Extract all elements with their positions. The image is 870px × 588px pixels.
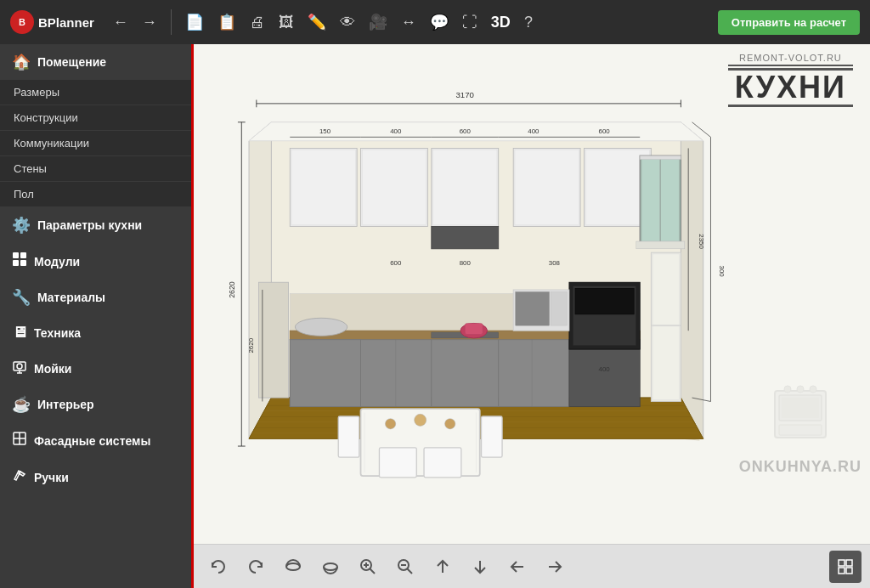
sidebar-item-kommunikatsii[interactable]: Коммуникации <box>0 131 191 156</box>
watermark-site-top: REMONT-VOLOT.RU <box>728 53 853 63</box>
bottom-toolbar <box>194 544 870 588</box>
svg-rect-91 <box>482 416 503 457</box>
svg-text:400: 400 <box>528 127 540 135</box>
sidebar-label-parametry: Параметры кухни <box>37 218 142 232</box>
svg-rect-33 <box>362 150 426 225</box>
app-logo: B BPlanner <box>10 10 94 34</box>
edit-icon[interactable]: ✏️ <box>304 13 330 31</box>
zoom-in-button[interactable] <box>352 551 384 583</box>
sidebar-item-konstruktsii[interactable]: Конструкции <box>0 105 191 131</box>
svg-point-95 <box>445 419 455 429</box>
sidebar-label-interier: Интерьер <box>37 398 94 411</box>
svg-point-52 <box>295 318 347 336</box>
sidebar-item-fasady[interactable]: Фасадные системы <box>0 422 191 459</box>
svg-point-109 <box>784 386 791 393</box>
svg-point-112 <box>286 563 300 570</box>
svg-rect-69 <box>652 254 680 325</box>
sidebar: 🏠 Помещение Размеры Конструкции Коммуник… <box>0 44 194 588</box>
content-area: REMONT-VOLOT.RU КУХНИ 3170 2620 <box>194 44 870 588</box>
resize-icon[interactable]: ↔ <box>398 13 420 31</box>
svg-point-113 <box>324 563 337 570</box>
zoom-out-button[interactable] <box>389 551 421 583</box>
svg-rect-57 <box>499 340 569 407</box>
sidebar-label-tehnika: Техника <box>34 326 81 340</box>
send-to-calc-button[interactable]: Отправить на расчет <box>718 10 860 35</box>
copy-icon[interactable]: 📋 <box>214 13 240 31</box>
sidebar-item-steny[interactable]: Стены <box>0 156 191 182</box>
sidebar-item-pomeshenie[interactable]: 🏠 Помещение <box>0 44 191 80</box>
image-icon[interactable]: 🖼 <box>275 13 297 31</box>
pan-right-button[interactable] <box>539 551 571 583</box>
svg-rect-35 <box>433 150 497 225</box>
sidebar-item-ruchki[interactable]: Ручки <box>0 459 191 495</box>
new-document-icon[interactable]: 📄 <box>182 13 207 31</box>
svg-text:3170: 3170 <box>456 90 474 99</box>
svg-rect-127 <box>839 568 845 574</box>
sidebar-item-interier[interactable]: ☕ Интерьер <box>0 387 191 422</box>
svg-rect-72 <box>258 282 288 398</box>
sidebar-item-parametry[interactable]: ⚙️ Параметры кухни <box>0 207 191 243</box>
svg-text:300: 300 <box>718 266 726 278</box>
svg-rect-62 <box>575 288 634 314</box>
svg-marker-21 <box>681 122 703 439</box>
kitchen-scene-svg: 3170 2620 <box>219 44 726 535</box>
fullscreen-icon[interactable]: ⛶ <box>459 13 481 31</box>
sidebar-label-pomeshenie: Помещение <box>37 55 106 69</box>
svg-rect-90 <box>338 416 359 457</box>
svg-text:308: 308 <box>549 259 561 267</box>
svg-marker-29 <box>249 122 703 141</box>
svg-text:400: 400 <box>599 365 611 373</box>
main-layout: 🏠 Помещение Размеры Конструкции Коммуник… <box>0 44 870 588</box>
svg-rect-42 <box>641 157 660 244</box>
svg-rect-51 <box>290 340 360 407</box>
print-icon[interactable]: 🖨 <box>246 13 268 31</box>
back-button[interactable]: ← <box>110 13 132 31</box>
svg-rect-64 <box>516 292 549 325</box>
svg-rect-108 <box>779 425 822 435</box>
sidebar-item-moduli[interactable]: Модули <box>0 243 191 280</box>
3d-view[interactable]: REMONT-VOLOT.RU КУХНИ 3170 2620 <box>194 44 870 544</box>
watermark-brand: КУХНИ <box>728 68 853 107</box>
svg-text:400: 400 <box>390 127 402 135</box>
tilt-down-button[interactable] <box>314 551 347 583</box>
facade-icon <box>12 431 27 450</box>
forward-button[interactable]: → <box>138 13 161 31</box>
sidebar-item-razmery[interactable]: Размеры <box>0 80 191 105</box>
svg-text:2620: 2620 <box>228 281 236 298</box>
tilt-up-button[interactable] <box>277 551 309 583</box>
sidebar-label-moyki: Мойки <box>34 362 71 376</box>
svg-line-119 <box>408 568 413 574</box>
pomeshenie-subitems: Размеры Конструкции Коммуникации Стены П… <box>0 80 191 207</box>
watermark-divider <box>728 65 853 66</box>
sidebar-item-tehnika[interactable]: 🖥 Техника <box>0 315 191 350</box>
rotate-right-button[interactable] <box>240 551 272 583</box>
top-toolbar: B BPlanner ← → 📄 📋 🖨 🖼 ✏️ 👁 🎥 ↔ 💬 ⛶ 3D ?… <box>0 0 870 44</box>
pan-down-button[interactable] <box>464 551 496 583</box>
svg-rect-44 <box>640 155 681 159</box>
sidebar-item-moyki[interactable]: Мойки <box>0 350 191 387</box>
sep1 <box>171 9 172 35</box>
grid-view-button[interactable] <box>829 551 862 583</box>
eye-icon[interactable]: 👁 <box>336 13 359 31</box>
pan-left-button[interactable] <box>501 551 534 583</box>
svg-line-115 <box>370 568 376 574</box>
sidebar-item-materialy[interactable]: 🔧 Материалы <box>0 280 191 315</box>
video-icon[interactable]: 🎥 <box>365 13 391 31</box>
svg-rect-1 <box>20 252 26 258</box>
svg-point-7 <box>17 364 22 369</box>
svg-rect-65 <box>551 292 567 325</box>
pan-up-button[interactable] <box>427 551 459 583</box>
sidebar-item-pol[interactable]: Пол <box>0 182 191 207</box>
svg-rect-107 <box>782 398 819 418</box>
svg-point-111 <box>810 386 816 393</box>
rotate-left-button[interactable] <box>202 551 234 583</box>
comment-icon[interactable]: 💬 <box>427 13 452 31</box>
help-icon[interactable]: ? <box>521 13 536 31</box>
svg-text:800: 800 <box>460 259 472 267</box>
svg-rect-43 <box>661 157 680 244</box>
modules-icon <box>12 252 27 271</box>
watermark-site-bottom: ONKUHNYA.RU <box>739 458 862 476</box>
home-icon: 🏠 <box>12 53 31 71</box>
svg-rect-46 <box>636 241 685 249</box>
3d-button[interactable]: 3D <box>488 13 514 31</box>
